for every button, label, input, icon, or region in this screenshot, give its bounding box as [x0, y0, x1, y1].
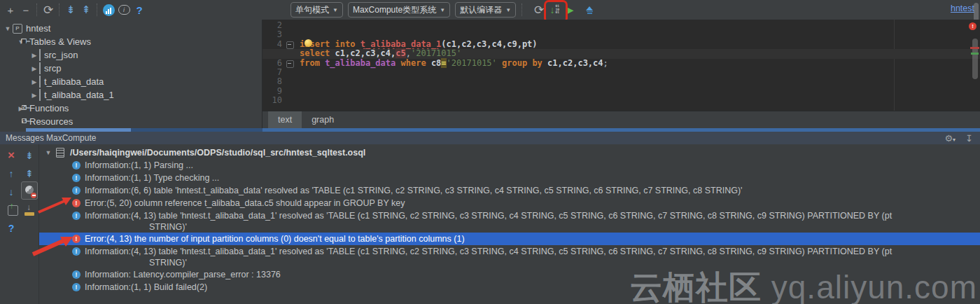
code-line[interactable]	[262, 68, 980, 77]
code-line[interactable]: insert into t_alibaba_data_1(c1,c2,c3,c4…	[262, 40, 980, 49]
tree-item-resources[interactable]: ⇅Resources	[0, 115, 262, 128]
next-message-icon[interactable]: ↓	[4, 185, 18, 199]
folder-badge: fx	[22, 105, 27, 110]
minus-badge-icon	[31, 193, 36, 198]
table-icon	[39, 50, 41, 60]
editor-scrollbar[interactable]	[972, 39, 978, 79]
feedback-icon[interactable]: i	[116, 2, 132, 18]
project-tree[interactable]: ▼Phntest▼▦Tables & Views▶src_json▶srcp▶t…	[0, 20, 262, 128]
previous-message-icon[interactable]: ↑	[4, 167, 18, 181]
binary-digits-icon: 011001	[555, 5, 559, 15]
tree-item-tables-views[interactable]: ▼▦Tables & Views	[0, 35, 262, 48]
gear-icon[interactable]: ⚙▾	[944, 133, 955, 144]
message-row-info[interactable]: !Information:(6, 6) table 'hntest.t_alib…	[39, 184, 980, 197]
code-token: ,	[406, 48, 411, 58]
scroll-to-end-icon[interactable]: ↓	[22, 203, 36, 217]
info-icon: !	[72, 186, 80, 195]
info-icon: !	[72, 161, 80, 170]
watermark: 云栖社区 yq.aliyun.com	[630, 271, 977, 303]
code-token: where	[401, 58, 431, 68]
help-icon[interactable]: ?	[132, 2, 147, 18]
quota-chart-icon[interactable]	[101, 2, 116, 18]
collapse-all-icon[interactable]: ⇞	[22, 167, 36, 181]
tree-item-hntest[interactable]: ▼Phntest	[0, 22, 262, 35]
sql-editor[interactable]: 2345678910 insert into t_alibaba_data_1(…	[262, 20, 980, 111]
tree-item-label: srcp	[44, 63, 62, 74]
code-line[interactable]	[262, 87, 980, 96]
tree-item-t-alibaba-data-1[interactable]: ▶t_alibaba_data_1	[0, 88, 262, 102]
code-line[interactable]: from t_alibaba_data where c8='20171015' …	[262, 59, 980, 68]
local-run-icon[interactable]: ↓011001	[547, 2, 562, 18]
error-stripe-mark[interactable]	[970, 47, 979, 49]
remove-icon[interactable]: −	[18, 2, 34, 18]
main-toolbar: + − ⟳ ⇟ ⇞ i ? 单句模式▼ MaxCompute类型系统▼ 默认编译…	[0, 0, 980, 20]
message-row-info[interactable]: !Information:(4, 13) table 'hntest.t_ali…	[39, 245, 980, 258]
message-row-info[interactable]: !Information:(1, 1) Type checking ...	[39, 172, 980, 184]
compiler-dropdown[interactable]: 默认编译器▼	[455, 2, 516, 18]
tree-closed-arrow-icon[interactable]: ▶	[29, 78, 39, 85]
code-token: c1,c2,c3,c4,	[335, 48, 396, 58]
tab-text[interactable]: text	[268, 111, 302, 128]
message-file-row[interactable]: ▼/Users/haiqingwei/Documents/ODPS/studio…	[39, 146, 980, 159]
help-icon[interactable]: ?	[4, 221, 18, 235]
code-line[interactable]	[262, 96, 980, 105]
sync-icon[interactable]: ⟳	[531, 2, 547, 18]
message-row-error[interactable]: !Error:(5, 20) column reference t_alibab…	[39, 197, 980, 209]
run-icon[interactable]: ▶	[562, 2, 578, 18]
message-row-info[interactable]: !Information:(1, 1) Parsing ...	[39, 159, 980, 172]
add-icon[interactable]: +	[3, 2, 18, 18]
chevron-down-icon: ▼	[332, 7, 338, 13]
intention-bulb-icon[interactable]	[304, 39, 312, 47]
blue-up-arrow-icon	[586, 6, 593, 14]
message-text: Information:(6, 6) table 'hntest.t_aliba…	[85, 186, 742, 195]
code-token: =	[441, 58, 446, 68]
info-icon: !	[72, 270, 80, 279]
message-text: Information:(1, 1) Parsing ...	[85, 160, 193, 170]
tree-open-arrow-icon[interactable]: ▼	[3, 25, 13, 32]
sql-file-icon	[56, 148, 64, 158]
tree-item-t-alibaba-data[interactable]: ▶t_alibaba_data	[0, 75, 262, 88]
error-indicator-icon[interactable]: !	[969, 22, 976, 30]
tree-closed-arrow-icon[interactable]: ▶	[29, 52, 39, 59]
type-system-dropdown[interactable]: MaxCompute类型系统▼	[348, 2, 450, 18]
code-line[interactable]: select c1,c2,c3,c4,c5,'20171015'	[262, 49, 980, 58]
refresh-icon[interactable]: ⟳	[41, 2, 56, 18]
project-link[interactable]: hntest	[951, 4, 974, 13]
toolbar-separator	[59, 4, 60, 16]
code-token: (c1,c2,c3,c4,c9,pt)	[441, 39, 537, 49]
folder-badge: ▦	[21, 39, 27, 43]
tree-closed-arrow-icon[interactable]: ▶	[29, 65, 39, 72]
green-down-arrow-icon: ↓	[550, 4, 554, 15]
expand-all-icon[interactable]: ⇟	[22, 148, 36, 163]
chevron-down-icon: ▼	[505, 7, 511, 13]
close-icon[interactable]: ×	[4, 148, 18, 163]
tree-item-functions[interactable]: ▶fxFunctions	[0, 102, 262, 115]
code-line[interactable]	[262, 30, 980, 39]
statement-mode-dropdown[interactable]: 单句模式▼	[290, 2, 343, 18]
submit-server-icon[interactable]	[582, 2, 597, 18]
code-line[interactable]	[262, 77, 980, 86]
collapse-all-icon[interactable]: ⇞	[78, 2, 94, 18]
error-icon: !	[72, 199, 80, 207]
hide-warnings-toggle[interactable]	[21, 182, 38, 199]
info-icon: !	[72, 283, 80, 291]
tree-open-arrow-icon[interactable]: ▼	[43, 149, 53, 156]
message-row-error[interactable]: !Error:(4, 13) the number of input parti…	[39, 233, 980, 245]
tree-item-src-json[interactable]: ▶src_json	[0, 48, 262, 62]
table-grid-glyph	[39, 49, 41, 61]
tab-graph[interactable]: graph	[302, 111, 344, 128]
tree-item-label: src_json	[44, 50, 78, 60]
info-icon: !	[72, 174, 80, 182]
code-token: group by	[497, 58, 547, 68]
tree-closed-arrow-icon[interactable]: ▶	[29, 92, 39, 99]
tree-item-srcp[interactable]: ▶srcp	[0, 62, 262, 75]
code-token: c5	[396, 48, 405, 58]
table-grid-glyph	[39, 89, 41, 101]
code-line[interactable]	[262, 21, 980, 30]
hide-panel-icon[interactable]: ↧	[965, 133, 973, 144]
message-row-info[interactable]: !Information:(4, 13) table 'hntest.t_ali…	[39, 209, 980, 222]
message-text: Error:(5, 20) column reference t_alibaba…	[85, 198, 405, 208]
expand-all-icon[interactable]: ⇟	[63, 2, 78, 18]
export-icon[interactable]	[6, 203, 20, 217]
code-token: '20171015'	[411, 48, 461, 58]
